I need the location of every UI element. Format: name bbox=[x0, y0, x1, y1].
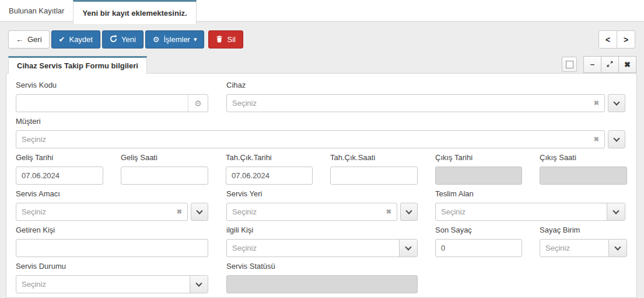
square-icon bbox=[566, 61, 573, 68]
page-tabbar: Bulunan Kayıtlar Yeni bir kayıt eklemekt… bbox=[0, 0, 644, 22]
panel-title-tab[interactable]: Cihaz Servis Takip Formu bilgileri bbox=[8, 56, 147, 74]
tah-cik-saati-label: Tah.Çık.Saati bbox=[330, 153, 375, 162]
clear-icon[interactable]: ✖ bbox=[594, 136, 599, 143]
servis-yeri-placeholder: Seçiniz bbox=[232, 207, 257, 216]
app-window: Bulunan Kayıtlar Yeni bir kayıt eklemekt… bbox=[0, 0, 644, 298]
servis-kodu-input[interactable] bbox=[16, 95, 188, 112]
servis-yeri-label: Servis Yeri bbox=[226, 189, 262, 198]
getiren-kisi-label: Getiren Kişi bbox=[16, 226, 55, 234]
panel-expand-button[interactable] bbox=[601, 56, 619, 73]
new-button-label: Yeni bbox=[121, 35, 136, 44]
servis-amaci-combo: Seçiniz ✖ bbox=[16, 203, 208, 221]
chevron-down-icon bbox=[196, 207, 202, 214]
ilgili-kisi-placeholder: Seçiniz bbox=[227, 240, 399, 257]
servis-kodu-group: ⚙ bbox=[16, 94, 208, 112]
chevron-down-icon bbox=[613, 135, 620, 141]
sayac-birim-placeholder: Seçiniz bbox=[540, 240, 608, 257]
musteri-label: Müşteri bbox=[16, 117, 41, 126]
son-sayac-input[interactable] bbox=[435, 239, 522, 257]
panel-minimize-button[interactable]: − bbox=[583, 56, 601, 73]
musteri-combo: Seçiniz ✖ bbox=[16, 130, 625, 148]
servis-durumu-dropdown-button[interactable] bbox=[190, 276, 208, 293]
close-icon: ✖ bbox=[624, 60, 631, 69]
clear-icon[interactable]: ✖ bbox=[177, 208, 182, 216]
expand-icon bbox=[606, 60, 614, 70]
servis-yeri-dropdown-button[interactable] bbox=[400, 203, 418, 221]
gelis-saati-input[interactable] bbox=[121, 167, 208, 185]
panel-restore-button[interactable] bbox=[562, 57, 577, 72]
servis-amaci-label: Servis Amacı bbox=[16, 189, 60, 198]
servis-amaci-select[interactable]: Seçiniz ✖ bbox=[16, 203, 188, 221]
sayac-birim-select[interactable]: Seçiniz bbox=[540, 239, 627, 257]
servis-kodu-gear-button[interactable]: ⚙ bbox=[188, 95, 208, 112]
arrow-left-icon: ← bbox=[16, 36, 23, 43]
toolbar: ← Geri ✔ Kaydet Yeni ⚙ İşlemler ▾ bbox=[8, 30, 243, 48]
save-button[interactable]: ✔ Kaydet bbox=[51, 30, 100, 48]
chevron-down-icon bbox=[612, 207, 619, 214]
check-icon: ✔ bbox=[59, 36, 65, 43]
tah-cik-tarihi-label: Tah.Çık.Tarihi bbox=[226, 153, 272, 162]
cikis-tarihi-label: Çıkış Tarihi bbox=[435, 153, 473, 162]
servis-statusu-label: Servis Statüsü bbox=[226, 262, 275, 271]
clear-icon[interactable]: ✖ bbox=[594, 99, 599, 107]
servis-durumu-placeholder: Seçiniz bbox=[16, 276, 190, 293]
teslim-alan-placeholder: Seçiniz bbox=[436, 203, 607, 220]
delete-button-label: Sil bbox=[227, 35, 235, 44]
gelis-saati-label: Geliş Saati bbox=[121, 153, 158, 162]
gear-icon: ⚙ bbox=[194, 99, 202, 108]
cihaz-label: Cihaz bbox=[226, 81, 246, 89]
tab-found-records[interactable]: Bulunan Kayıtlar bbox=[0, 0, 73, 21]
record-pager: < > bbox=[598, 30, 635, 48]
panel-close-button[interactable]: ✖ bbox=[618, 56, 636, 73]
actions-button-label: İşlemler bbox=[163, 35, 190, 44]
trash-icon bbox=[216, 35, 223, 44]
son-sayac-label: Son Sayaç bbox=[435, 226, 472, 234]
servis-statusu-input bbox=[226, 275, 418, 293]
new-button[interactable]: Yeni bbox=[102, 30, 144, 48]
clear-icon[interactable]: ✖ bbox=[386, 208, 391, 216]
next-record-button[interactable]: > bbox=[617, 30, 635, 48]
cihaz-select[interactable]: Seçiniz ✖ bbox=[226, 94, 605, 112]
panel-title: Cihaz Servis Takip Formu bilgileri bbox=[17, 61, 138, 70]
cikis-saati-input bbox=[540, 167, 627, 185]
tah-cik-saati-input[interactable] bbox=[330, 167, 418, 185]
cihaz-dropdown-button[interactable] bbox=[608, 94, 625, 112]
prev-record-button[interactable]: < bbox=[598, 30, 617, 48]
chevron-down-icon bbox=[405, 244, 411, 250]
chevron-down-icon bbox=[195, 280, 202, 286]
chevron-down-icon bbox=[614, 244, 621, 250]
sayac-birim-dropdown-button[interactable] bbox=[608, 240, 626, 257]
chevron-down-icon bbox=[613, 99, 620, 105]
back-button-label: Geri bbox=[27, 35, 42, 44]
teslim-alan-select[interactable]: Seçiniz bbox=[435, 203, 625, 221]
save-button-label: Kaydet bbox=[69, 35, 92, 44]
servis-amaci-placeholder: Seçiniz bbox=[22, 207, 46, 216]
servis-yeri-select[interactable]: Seçiniz ✖ bbox=[226, 203, 397, 221]
servis-amaci-dropdown-button[interactable] bbox=[191, 203, 208, 221]
getiren-kisi-input[interactable] bbox=[16, 239, 208, 257]
ilgili-kisi-dropdown-button[interactable] bbox=[399, 240, 417, 257]
delete-button[interactable]: Sil bbox=[208, 30, 243, 48]
musteri-placeholder: Seçiniz bbox=[22, 135, 46, 144]
cikis-tarihi-input bbox=[435, 167, 522, 185]
servis-kodu-label: Servis Kodu bbox=[16, 81, 57, 89]
actions-button[interactable]: ⚙ İşlemler ▾ bbox=[145, 30, 205, 48]
servis-durumu-select[interactable]: Seçiniz bbox=[16, 275, 208, 293]
servis-durumu-label: Servis Durumu bbox=[16, 262, 66, 271]
gelis-tarihi-input[interactable] bbox=[16, 167, 103, 185]
tah-cik-tarihi-input[interactable] bbox=[226, 167, 313, 185]
sayac-birim-label: Sayaç Birim bbox=[540, 226, 580, 234]
chevron-down-icon bbox=[405, 207, 412, 214]
refresh-icon bbox=[110, 35, 117, 44]
back-button[interactable]: ← Geri bbox=[8, 30, 50, 48]
panel-window-controls: − ✖ bbox=[583, 56, 636, 73]
ilgili-kisi-label: ilgili Kişi bbox=[226, 226, 253, 234]
musteri-select[interactable]: Seçiniz ✖ bbox=[16, 130, 605, 148]
teslim-alan-dropdown-button[interactable] bbox=[607, 203, 625, 220]
teslim-alan-label: Teslim Alan bbox=[435, 189, 474, 198]
tab-new-record[interactable]: Yeni bir kayıt eklemektesiniz. bbox=[73, 0, 196, 24]
musteri-dropdown-button[interactable] bbox=[608, 130, 625, 148]
cihaz-placeholder: Seçiniz bbox=[232, 99, 257, 108]
ilgili-kisi-select[interactable]: Seçiniz bbox=[226, 239, 418, 257]
gear-icon: ⚙ bbox=[153, 36, 160, 43]
